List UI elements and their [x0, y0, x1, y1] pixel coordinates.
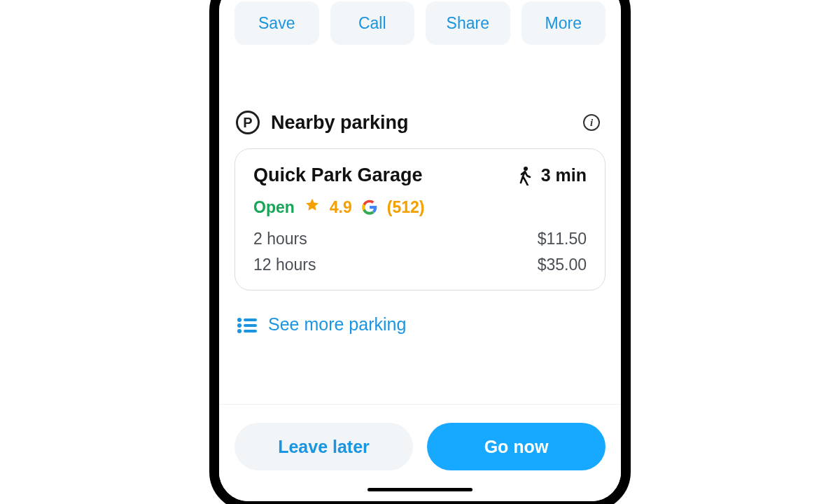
svg-point-0	[524, 167, 528, 171]
list-icon	[237, 317, 257, 332]
quick-actions-row: Save Call Share More	[219, 1, 621, 45]
parking-card[interactable]: Quick Park Garage 3 min Open	[234, 148, 606, 290]
price-amount: $35.00	[538, 255, 587, 274]
svg-point-1	[237, 318, 241, 322]
parking-meta: Open 4.9 (512)	[253, 197, 587, 217]
home-indicator	[368, 488, 472, 491]
price-duration: 12 hours	[253, 255, 316, 274]
open-badge: Open	[253, 198, 295, 217]
walk-distance: 3 min	[517, 165, 587, 186]
section-title: Nearby parking	[271, 112, 409, 134]
svg-point-2	[237, 323, 241, 328]
svg-rect-6	[244, 330, 257, 332]
price-duration: 2 hours	[253, 230, 307, 248]
svg-rect-5	[244, 324, 257, 327]
price-amount: $11.50	[538, 230, 587, 248]
rating-value: 4.9	[330, 198, 352, 217]
bottom-bar: Leave later Go now	[219, 404, 621, 501]
nearby-parking-header: P Nearby parking	[219, 111, 621, 134]
star-icon	[304, 197, 320, 217]
price-row: 12 hours $35.00	[253, 255, 587, 274]
more-button[interactable]: More	[522, 1, 606, 45]
see-more-parking-link[interactable]: See more parking	[219, 314, 621, 335]
see-more-label: See more parking	[268, 314, 406, 335]
info-icon[interactable]	[583, 114, 600, 131]
phone-frame: Save Call Share More P Nearby parking Qu…	[209, 0, 631, 504]
svg-point-3	[237, 329, 241, 333]
screen: Save Call Share More P Nearby parking Qu…	[219, 0, 621, 501]
walk-time: 3 min	[541, 165, 587, 186]
review-count: (512)	[387, 198, 425, 217]
parking-name: Quick Park Garage	[253, 164, 423, 186]
share-button[interactable]: Share	[426, 1, 510, 45]
svg-rect-4	[244, 318, 257, 321]
call-button[interactable]: Call	[330, 1, 415, 45]
price-row: 2 hours $11.50	[253, 230, 587, 248]
go-now-button[interactable]: Go now	[427, 423, 606, 470]
parking-icon: P	[236, 111, 260, 134]
google-icon	[362, 200, 377, 215]
leave-later-button[interactable]: Leave later	[234, 423, 413, 470]
save-button[interactable]: Save	[234, 1, 319, 45]
walk-icon	[517, 166, 533, 186]
